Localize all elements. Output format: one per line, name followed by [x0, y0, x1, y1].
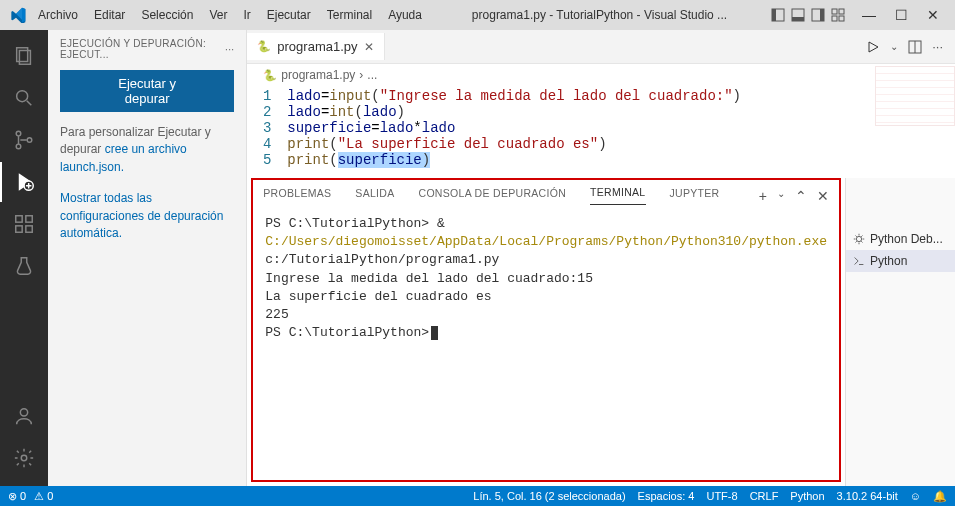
line-number: 3: [247, 120, 287, 136]
testing-icon[interactable]: [0, 246, 48, 286]
more-icon[interactable]: ···: [225, 44, 234, 55]
status-eol[interactable]: CRLF: [750, 490, 779, 502]
run-and-debug-button[interactable]: Ejecutar y depurar: [60, 70, 234, 112]
menu-ir[interactable]: Ir: [235, 4, 258, 26]
svg-rect-3: [792, 17, 804, 21]
breadcrumb-more[interactable]: ...: [367, 68, 377, 82]
status-python-version[interactable]: 3.10.2 64-bit: [837, 490, 898, 502]
explorer-icon[interactable]: [0, 36, 48, 76]
breadcrumb-file[interactable]: programa1.py: [281, 68, 355, 82]
source-control-icon[interactable]: [0, 120, 48, 160]
breadcrumb-sep: ›: [359, 68, 363, 82]
close-icon[interactable]: ✕: [919, 5, 947, 25]
svg-rect-9: [839, 16, 844, 21]
tab-programa1[interactable]: 🐍 programa1.py ✕: [247, 33, 384, 60]
status-errors[interactable]: ⊗ 0: [8, 490, 26, 503]
line-number: 1: [247, 88, 287, 104]
tab-terminal[interactable]: TERMINAL: [590, 186, 646, 205]
status-bar: ⊗ 0 ⚠ 0 Lín. 5, Col. 16 (2 seleccionada)…: [0, 486, 955, 506]
minimize-icon[interactable]: —: [855, 5, 883, 25]
code-editor[interactable]: 1lado=input("Ingrese la medida del lado …: [247, 86, 955, 178]
customize-layout-icon[interactable]: [829, 6, 847, 24]
tab-jupyter[interactable]: JUPYTER: [670, 187, 720, 205]
terminal-list: Python Deb... Python: [845, 178, 955, 486]
vscode-logo-icon: [8, 5, 28, 25]
svg-rect-19: [26, 226, 32, 232]
svg-point-15: [27, 138, 32, 143]
svg-point-13: [16, 131, 21, 136]
terminal-cursor: [431, 326, 438, 340]
activity-bar: [0, 30, 48, 486]
close-panel-icon[interactable]: ✕: [817, 188, 829, 204]
layout-icons: [769, 6, 847, 24]
extensions-icon[interactable]: [0, 204, 48, 244]
split-editor-icon[interactable]: [908, 40, 922, 54]
svg-rect-5: [820, 9, 824, 21]
tab-bar: 🐍 programa1.py ✕ ⌄ ···: [247, 30, 955, 64]
svg-rect-8: [832, 16, 837, 21]
status-bell-icon[interactable]: 🔔: [933, 490, 947, 503]
menu-seleccion[interactable]: Selección: [133, 4, 201, 26]
minimap[interactable]: [875, 66, 955, 126]
tab-problemas[interactable]: PROBLEMAS: [263, 187, 331, 205]
run-file-icon[interactable]: [866, 40, 880, 54]
breadcrumb[interactable]: 🐍 programa1.py › ...: [247, 64, 955, 86]
account-icon[interactable]: [0, 396, 48, 436]
run-debug-icon[interactable]: [0, 162, 48, 202]
terminal-python[interactable]: Python: [846, 250, 955, 272]
search-icon[interactable]: [0, 78, 48, 118]
run-file-dropdown-icon[interactable]: ⌄: [890, 41, 898, 52]
svg-point-21: [20, 409, 27, 416]
tab-salida[interactable]: SALIDA: [355, 187, 394, 205]
line-number: 4: [247, 136, 287, 152]
status-encoding[interactable]: UTF-8: [706, 490, 737, 502]
toggle-panel-bottom-icon[interactable]: [789, 6, 807, 24]
svg-rect-6: [832, 9, 837, 14]
toggle-panel-right-icon[interactable]: [809, 6, 827, 24]
window-controls: — ☐ ✕: [855, 5, 947, 25]
tab-label: programa1.py: [277, 39, 357, 54]
svg-point-14: [16, 144, 21, 149]
menu-editar[interactable]: Editar: [86, 4, 133, 26]
svg-point-25: [856, 236, 861, 241]
svg-point-22: [21, 455, 27, 461]
python-file-icon: 🐍: [257, 40, 271, 53]
menu-terminal[interactable]: Terminal: [319, 4, 380, 26]
line-number: 2: [247, 104, 287, 120]
svg-rect-17: [16, 216, 22, 222]
svg-rect-20: [26, 216, 32, 222]
toggle-panel-left-icon[interactable]: [769, 6, 787, 24]
status-language[interactable]: Python: [790, 490, 824, 502]
new-terminal-icon[interactable]: +: [759, 188, 767, 204]
tab-consola[interactable]: CONSOLA DE DEPURACIÓN: [419, 187, 567, 205]
menu-ayuda[interactable]: Ayuda: [380, 4, 430, 26]
menu-bar: Archivo Editar Selección Ver Ir Ejecutar…: [30, 4, 430, 26]
terminal-dropdown-icon[interactable]: ⌄: [777, 188, 785, 204]
svg-point-12: [17, 91, 28, 102]
svg-rect-7: [839, 9, 844, 14]
svg-rect-1: [772, 9, 776, 21]
maximize-panel-icon[interactable]: ⌃: [795, 188, 807, 204]
python-file-icon: 🐍: [263, 69, 277, 82]
terminal-body[interactable]: PS C:\TutorialPython> & C:/Users/diegomo…: [253, 205, 839, 480]
panel-tabs: PROBLEMAS SALIDA CONSOLA DE DEPURACIÓN T…: [253, 180, 839, 205]
menu-ejecutar[interactable]: Ejecutar: [259, 4, 319, 26]
status-spaces[interactable]: Espacios: 4: [638, 490, 695, 502]
status-line-col[interactable]: Lín. 5, Col. 16 (2 seleccionada): [473, 490, 625, 502]
show-all-configs-link[interactable]: Mostrar todas las configuraciones de dep…: [60, 191, 223, 240]
line-number: 5: [247, 152, 287, 168]
svg-rect-18: [16, 226, 22, 232]
maximize-icon[interactable]: ☐: [887, 5, 915, 25]
status-feedback-icon[interactable]: ☺: [910, 490, 921, 502]
sidebar-header: EJECUCIÓN Y DEPURACIÓN: EJECUT...: [60, 38, 225, 60]
menu-archivo[interactable]: Archivo: [30, 4, 86, 26]
settings-gear-icon[interactable]: [0, 438, 48, 478]
tab-close-icon[interactable]: ✕: [364, 40, 374, 54]
bottom-panel: PROBLEMAS SALIDA CONSOLA DE DEPURACIÓN T…: [251, 178, 841, 482]
window-title: programa1.py - TutorialPython - Visual S…: [432, 8, 767, 22]
menu-ver[interactable]: Ver: [201, 4, 235, 26]
status-warnings[interactable]: ⚠ 0: [34, 490, 53, 503]
titlebar: Archivo Editar Selección Ver Ir Ejecutar…: [0, 0, 955, 30]
terminal-python-debug[interactable]: Python Deb...: [846, 228, 955, 250]
more-actions-icon[interactable]: ···: [932, 39, 943, 54]
